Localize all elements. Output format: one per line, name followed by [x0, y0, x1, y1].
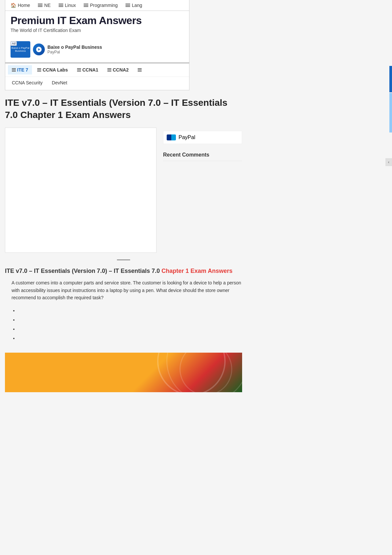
ad-title: Baixe o PayPal Business: [47, 44, 102, 50]
menu-icon-linux: [59, 4, 63, 7]
answer-item-4: [18, 334, 242, 343]
nav-home[interactable]: 🏠 Home: [11, 3, 30, 8]
answer-item-1: [18, 306, 242, 315]
menu-icon-ccna-labs: [37, 68, 41, 72]
nav-linux[interactable]: Linux: [59, 3, 76, 8]
nav-ne[interactable]: NE: [38, 3, 50, 8]
site-title: Premium IT Exam Answers: [11, 15, 184, 26]
subnav-ccna2-label: CCNA2: [113, 67, 128, 73]
site-subtitle: The World of IT Certification Exam: [11, 28, 184, 33]
menu-icon-ite7: [12, 68, 16, 72]
ad-circle-icon: [33, 44, 45, 55]
menu-icon-ccna2: [107, 68, 111, 72]
nav-lang-label: Lang: [132, 3, 142, 8]
subnav-ccna-security[interactable]: CCNA Security: [8, 78, 46, 87]
article-subtitle: ITE v7.0 – IT Essentials (Version 7.0) –…: [5, 267, 242, 275]
ad-icon: Ad Baixe o PayPalBusiness: [11, 41, 30, 58]
subnav-ite7-label: ITE 7: [17, 67, 28, 73]
sub-navigation: ITE 7 CCNA Labs CCNA1: [5, 63, 189, 90]
answer-item-3: [18, 324, 242, 334]
subnav-ccna-security-label: CCNA Security: [12, 80, 42, 85]
banner-decoration: [143, 353, 242, 392]
site-header: Premium IT Exam Answers The World of IT …: [5, 11, 189, 36]
subnav-ccna1[interactable]: CCNA1: [73, 65, 102, 74]
subnav-devnet-label: DevNet: [52, 80, 67, 85]
right-sidebar: PayPal Recent Comments: [163, 128, 242, 253]
answer-list: [18, 306, 242, 343]
main-content: ITE v7.0 – IT Essentials (Version 7.0 – …: [5, 97, 242, 392]
banner-circle-2: [180, 353, 232, 392]
menu-icon-ccna1: [77, 68, 81, 72]
right-accent-bars: [389, 66, 392, 132]
nav-lang[interactable]: Lang: [126, 3, 142, 8]
sub-nav-row2: CCNA Security DevNet: [5, 76, 189, 90]
nav-linux-label: Linux: [65, 3, 76, 8]
accent-bar-light: [389, 93, 392, 132]
recent-comments-heading: Recent Comments: [163, 149, 242, 161]
article-highlight: Chapter 1 Exam Answers: [161, 268, 232, 274]
subnav-ccna1-label: CCNA1: [82, 67, 98, 73]
top-navigation: 🏠 Home NE Linux Programming: [5, 0, 189, 11]
paypal-icon: [167, 134, 176, 140]
menu-icon-ne: [38, 4, 42, 7]
page-title: ITE v7.0 – IT Essentials (Version 7.0 – …: [5, 97, 242, 121]
nav-programming-label: Programming: [90, 3, 118, 8]
bottom-ad-banner: [5, 353, 242, 392]
accent-bar-blue: [389, 66, 392, 92]
section-divider: [117, 259, 130, 260]
ad-label: Baixe o PayPalBusiness: [11, 46, 30, 53]
subnav-ccna-labs-label: CCNA Labs: [42, 67, 68, 73]
article-subtitle-text: ITE v7.0 – IT Essentials (Version 7.0) –…: [5, 268, 160, 274]
paypal-widget[interactable]: PayPal: [163, 131, 242, 144]
article-content-placeholder: [5, 128, 156, 253]
subnav-ite7[interactable]: ITE 7: [8, 65, 32, 74]
home-icon: 🏠: [11, 3, 16, 8]
subnav-ccna2[interactable]: CCNA2: [103, 65, 132, 74]
nav-ne-label: NE: [44, 3, 50, 8]
ad-area: Ad Baixe o PayPalBusiness Baixe o PayPal…: [5, 36, 189, 63]
menu-icon-lang: [126, 4, 130, 7]
ad-badge: Ad: [11, 41, 17, 46]
menu-icon-programming: [84, 4, 88, 7]
paypal-label: PayPal: [179, 134, 195, 140]
ad-text-area: Baixe o PayPal Business PayPal: [47, 44, 102, 54]
nav-home-label: Home: [18, 3, 30, 8]
scroll-arrow[interactable]: ‹: [385, 158, 392, 166]
article-body: ITE v7.0 – IT Essentials (Version 7.0) –…: [5, 267, 242, 349]
subnav-more[interactable]: [134, 66, 146, 73]
subnav-devnet[interactable]: DevNet: [48, 78, 71, 87]
nav-programming[interactable]: Programming: [84, 3, 118, 8]
ad-subtitle: PayPal: [47, 50, 102, 54]
question-text: A customer comes into a computer parts a…: [12, 279, 242, 301]
answer-item-2: [18, 315, 242, 324]
subnav-ccna-labs[interactable]: CCNA Labs: [33, 65, 72, 74]
sub-nav-row1: ITE 7 CCNA Labs CCNA1: [5, 63, 189, 76]
content-with-sidebar: PayPal Recent Comments: [5, 128, 242, 253]
